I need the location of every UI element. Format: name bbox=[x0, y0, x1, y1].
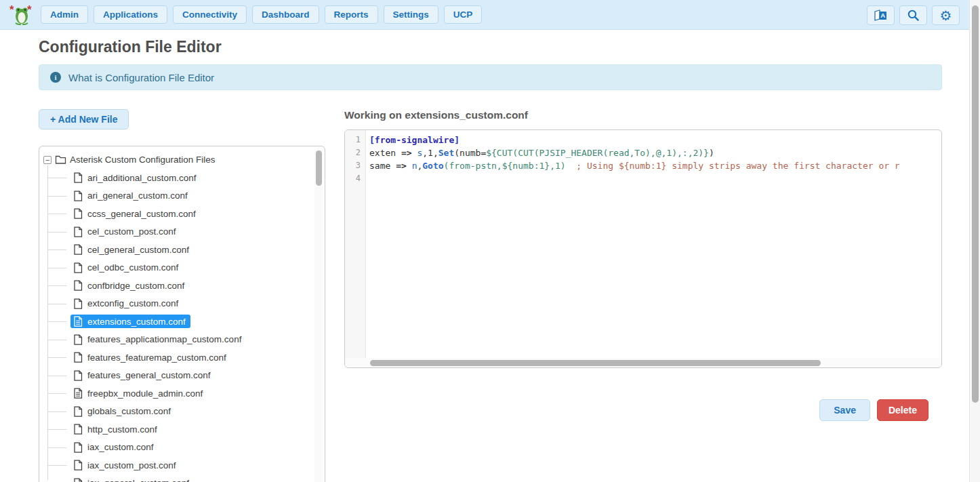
file-tree-item[interactable]: iax_custom.conf bbox=[42, 439, 325, 457]
file-entry[interactable]: features_applicationmap_custom.conf bbox=[70, 333, 246, 346]
file-entry[interactable]: freepbx_module_admin.conf bbox=[70, 386, 207, 400]
language-icon: A bbox=[873, 9, 889, 22]
svg-text:A: A bbox=[880, 12, 885, 19]
nav-right-buttons: A ⚙ bbox=[867, 5, 960, 25]
file-name: iax_general_custom.conf bbox=[87, 478, 189, 482]
main-content: Configuration File Editor i What is Conf… bbox=[0, 30, 980, 482]
nav-item-ucp[interactable]: UCP bbox=[444, 5, 483, 24]
info-icon: i bbox=[50, 72, 61, 83]
search-button[interactable] bbox=[899, 5, 927, 25]
line-number: 4 bbox=[345, 172, 361, 185]
file-entry[interactable]: ccss_general_custom.conf bbox=[70, 207, 201, 220]
file-tree-item[interactable]: freepbx_module_admin.conf bbox=[42, 384, 325, 403]
file-name: cel_odbc_custom.conf bbox=[87, 262, 178, 273]
code-line bbox=[369, 172, 941, 185]
file-tree-item[interactable]: cel_odbc_custom.conf bbox=[42, 259, 325, 277]
file-tree-item[interactable]: cel_custom_post.conf bbox=[42, 223, 325, 241]
tree-root-label: Asterisk Custom Configuration Files bbox=[70, 155, 216, 165]
freepbx-logo-icon[interactable]: * * bbox=[9, 4, 34, 26]
file-icon bbox=[73, 424, 83, 435]
file-tree-item[interactable]: confbridge_custom.conf bbox=[42, 277, 325, 295]
nav-item-admin[interactable]: Admin bbox=[41, 5, 88, 24]
file-icon bbox=[73, 478, 83, 482]
file-tree-item[interactable]: extconfig_custom.conf bbox=[42, 295, 325, 313]
file-tree-item[interactable]: iax_general_custom.conf bbox=[42, 475, 325, 482]
file-name: cel_custom_post.conf bbox=[87, 226, 176, 237]
file-name: cel_general_custom.conf bbox=[87, 245, 189, 255]
file-tree-item[interactable]: iax_custom_post.conf bbox=[42, 456, 325, 475]
tree-scrollbar[interactable] bbox=[314, 149, 323, 482]
file-name: extensions_custom.conf bbox=[87, 317, 186, 327]
file-icon bbox=[73, 190, 83, 201]
file-lines-icon bbox=[73, 316, 83, 327]
file-tree-item[interactable]: http_custom.conf bbox=[42, 420, 325, 439]
language-button[interactable]: A bbox=[867, 5, 895, 25]
file-entry[interactable]: cel_odbc_custom.conf bbox=[70, 261, 183, 275]
info-banner[interactable]: i What is Configuration File Editor bbox=[39, 64, 942, 90]
editor-column: Working on extensions_custom.conf 1234 [… bbox=[344, 109, 942, 482]
file-entry[interactable]: features_general_custom.conf bbox=[70, 369, 216, 382]
nav-item-connectivity[interactable]: Connectivity bbox=[173, 5, 247, 24]
file-icon bbox=[73, 298, 83, 309]
file-tree-item[interactable]: ari_general_custom.conf bbox=[42, 187, 325, 205]
settings-button[interactable]: ⚙ bbox=[932, 5, 960, 25]
page-scrollbar-thumb[interactable] bbox=[972, 5, 979, 403]
file-entry[interactable]: globals_custom.conf bbox=[70, 405, 176, 418]
nav-item-applications[interactable]: Applications bbox=[94, 5, 167, 24]
code-line: exten => s,1,Set(numb=${CUT(CUT(PJSIP_HE… bbox=[369, 146, 941, 159]
file-icon bbox=[73, 352, 83, 363]
file-name: iax_custom_post.conf bbox=[87, 460, 176, 470]
file-tree-item[interactable]: ccss_general_custom.conf bbox=[42, 205, 325, 223]
file-icon bbox=[73, 208, 83, 219]
gear-icon: ⚙ bbox=[940, 9, 952, 22]
file-entry[interactable]: features_featuremap_custom.conf bbox=[70, 350, 231, 364]
editor-horizontal-scrollbar[interactable] bbox=[345, 358, 941, 367]
file-entry[interactable]: iax_general_custom.conf bbox=[70, 477, 194, 482]
working-on-heading: Working on extensions_custom.conf bbox=[344, 109, 942, 121]
file-entry[interactable]: cel_general_custom.conf bbox=[70, 243, 194, 256]
file-entry[interactable]: iax_custom_post.conf bbox=[70, 458, 181, 472]
file-tree-panel: − Asterisk Custom Configuration Files ar… bbox=[39, 146, 325, 482]
file-tree-item[interactable]: features_applicationmap_custom.conf bbox=[42, 331, 325, 349]
file-name: ari_additional_custom.conf bbox=[87, 173, 197, 183]
top-navbar: * * AdminApplicationsConnectivityDashboa… bbox=[0, 0, 980, 30]
search-icon bbox=[907, 9, 920, 22]
tree-scrollbar-thumb[interactable] bbox=[316, 150, 322, 186]
file-icon bbox=[73, 262, 83, 273]
file-entry[interactable]: iax_custom.conf bbox=[70, 441, 159, 454]
code-line: same => n,Goto(from-pstn,${numb:1},1) ; … bbox=[369, 159, 941, 172]
file-list-column: + Add New File − Asterisk Custom Configu… bbox=[39, 109, 325, 482]
collapse-icon[interactable]: − bbox=[43, 156, 52, 164]
file-entry[interactable]: http_custom.conf bbox=[70, 422, 162, 436]
file-tree-item[interactable]: features_general_custom.conf bbox=[42, 367, 325, 385]
file-name: iax_custom.conf bbox=[87, 442, 154, 452]
line-number-gutter: 1234 bbox=[345, 130, 366, 359]
file-tree-item[interactable]: globals_custom.conf bbox=[42, 403, 325, 421]
save-button[interactable]: Save bbox=[819, 399, 870, 421]
code-editor[interactable]: 1234 [from-signalwire]exten => s,1,Set(n… bbox=[344, 129, 942, 368]
code-area[interactable]: [from-signalwire]exten => s,1,Set(numb=$… bbox=[366, 130, 941, 359]
nav-item-reports[interactable]: Reports bbox=[325, 5, 378, 24]
file-icon bbox=[73, 406, 83, 417]
selected-file[interactable]: extensions_custom.conf bbox=[70, 315, 190, 328]
file-icon bbox=[73, 442, 83, 453]
file-tree-item[interactable]: features_featuremap_custom.conf bbox=[42, 348, 325, 367]
file-entry[interactable]: ari_additional_custom.conf bbox=[70, 171, 201, 184]
file-tree-item[interactable]: cel_general_custom.conf bbox=[42, 241, 325, 259]
folder-icon bbox=[55, 155, 66, 165]
file-entry[interactable]: extconfig_custom.conf bbox=[70, 297, 183, 310]
file-tree-item[interactable]: ari_additional_custom.conf bbox=[42, 169, 325, 187]
nav-item-dashboard[interactable]: Dashboard bbox=[252, 5, 319, 24]
editor-hscrollbar-thumb[interactable] bbox=[370, 360, 821, 366]
line-number: 2 bbox=[345, 146, 361, 159]
delete-button[interactable]: Delete bbox=[877, 399, 928, 421]
add-new-file-button[interactable]: + Add New File bbox=[39, 109, 129, 129]
file-tree-item[interactable]: extensions_custom.conf bbox=[42, 313, 325, 331]
nav-item-settings[interactable]: Settings bbox=[384, 5, 438, 24]
file-entry[interactable]: ari_general_custom.conf bbox=[70, 189, 192, 203]
file-entry[interactable]: cel_custom_post.conf bbox=[70, 225, 181, 239]
file-tree-root[interactable]: − Asterisk Custom Configuration Files bbox=[42, 150, 325, 169]
page-scrollbar[interactable] bbox=[969, 0, 980, 482]
code-line: [from-signalwire] bbox=[369, 134, 941, 146]
file-entry[interactable]: confbridge_custom.conf bbox=[70, 279, 189, 292]
